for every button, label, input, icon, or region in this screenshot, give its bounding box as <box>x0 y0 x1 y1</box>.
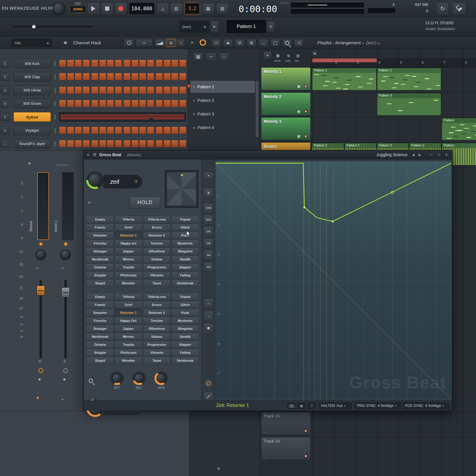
step-cell[interactable] <box>156 87 163 94</box>
section-arrow-icon[interactable]: ▶ <box>89 201 91 204</box>
mute-icon[interactable]: ⊗ <box>247 39 256 47</box>
preset-button[interactable]: Stoppie <box>86 271 114 279</box>
step-cell[interactable] <box>83 73 90 80</box>
step-cell[interactable] <box>171 73 178 80</box>
step-cell[interactable] <box>131 73 138 80</box>
step-cell[interactable] <box>179 100 186 107</box>
step-cell[interactable] <box>123 60 131 67</box>
step-cell[interactable] <box>164 100 171 107</box>
pat-mode-icon[interactable] <box>296 54 299 57</box>
step-cell[interactable] <box>131 140 138 147</box>
step-cell[interactable] <box>179 60 186 67</box>
channel-button[interactable]: 808 HiHat <box>14 86 51 95</box>
playlist-clip[interactable]: Pattern 1 <box>312 68 376 90</box>
step-cell[interactable] <box>91 73 98 80</box>
playlist-timeline[interactable]: 2345678 <box>311 58 476 67</box>
channel-button[interactable]: 808 Snare <box>14 99 51 108</box>
knob-spn[interactable] <box>154 371 168 385</box>
pattern-list-item[interactable]: ≡Pattern 1 <box>190 81 255 93</box>
step-cell[interactable] <box>139 60 146 67</box>
preset-button[interactable]: Neckbreak <box>86 333 114 340</box>
step-cell[interactable] <box>156 127 163 134</box>
track-header[interactable]: Melody 3...▦ <box>261 117 311 140</box>
xy-pad[interactable] <box>165 170 198 208</box>
metronome-icon[interactable]: △ <box>157 3 169 14</box>
play-button[interactable] <box>87 2 100 15</box>
step-cell[interactable] <box>99 127 106 134</box>
gear-icon[interactable]: ⚙ <box>93 152 97 157</box>
minimize-button[interactable]: ─ <box>430 152 432 157</box>
preset-button[interactable]: Glitch <box>171 224 199 231</box>
step-cell[interactable] <box>75 60 82 67</box>
step-cell[interactable] <box>171 100 178 107</box>
step-cell[interactable] <box>131 127 138 134</box>
swing-knob-icon[interactable] <box>124 39 134 47</box>
track-grid-icon[interactable]: ▦ <box>297 134 300 138</box>
mixer-strip[interactable]: Master▴▾⚙ <box>28 151 53 417</box>
track-record-dot[interactable] <box>304 454 307 458</box>
preset-button[interactable]: Pitchcraze <box>115 349 142 356</box>
kan-mode-label[interactable]: KAN <box>285 60 290 62</box>
step-cell[interactable] <box>99 100 106 107</box>
preset-button[interactable]: Returner 1 <box>115 232 142 239</box>
step-view-icon[interactable]: ▦ <box>166 39 176 47</box>
channel-filter-dropdown[interactable]: Alle ▶ <box>12 39 52 47</box>
mute-led[interactable] <box>64 242 67 246</box>
tools-button[interactable] <box>452 2 466 15</box>
channel-number-button[interactable]: 1 <box>1 126 9 135</box>
division-button[interactable]: 1/3 <box>203 262 213 272</box>
preset-button[interactable]: Errors <box>143 301 171 308</box>
step-cell[interactable] <box>115 87 122 94</box>
step-cell[interactable] <box>67 100 74 107</box>
channel-button[interactable]: Sytrus <box>14 112 51 122</box>
step-advance-icon[interactable]: → <box>203 311 213 321</box>
note-mode-icon[interactable] <box>276 54 279 57</box>
preset-button[interactable]: Stoppie <box>86 349 114 356</box>
channel-number-button[interactable]: 2 <box>1 113 9 121</box>
pattern-list-scrollbar[interactable] <box>256 81 258 137</box>
step-cell[interactable] <box>99 87 106 94</box>
magnet-icon[interactable] <box>200 39 206 46</box>
preset-prev-button[interactable]: ◀ <box>412 153 415 157</box>
preset-button[interactable]: Frenchy <box>86 239 114 247</box>
preset-button[interactable]: Punk <box>171 232 199 239</box>
link-icon[interactable] <box>287 402 295 409</box>
step-cell[interactable] <box>59 100 66 107</box>
channel-number-button[interactable]: 1 <box>1 59 9 68</box>
pat-mode-label[interactable]: PAT <box>295 60 299 62</box>
halten-dropdown[interactable]: HALTEN: Aus ▾ <box>319 402 352 409</box>
step-cell[interactable] <box>115 60 122 67</box>
preset-button[interactable]: Stealth <box>171 255 199 263</box>
channel-button[interactable]: 808 Clap <box>14 72 51 81</box>
step-cell[interactable] <box>115 100 122 107</box>
pat-song-switch[interactable]: PAT SONG <box>70 1 86 15</box>
tempo-display[interactable]: 104.000 <box>129 3 154 14</box>
step-cell[interactable] <box>75 127 82 134</box>
step-cell[interactable] <box>59 73 66 80</box>
step-cell[interactable] <box>179 140 186 147</box>
preset-button[interactable]: Slapper <box>171 341 199 348</box>
step-cell[interactable] <box>139 140 146 147</box>
trig-sync-dropdown[interactable]: TRIG SYNC: 4 Schläge ▾ <box>354 402 401 409</box>
step-cell[interactable] <box>179 87 186 94</box>
track-header[interactable]: Track 15... <box>261 412 311 435</box>
channel-number-button[interactable]: 4 <box>1 100 9 108</box>
preset-button[interactable]: Katana <box>143 333 171 340</box>
preset-button[interactable]: Errors <box>143 224 171 231</box>
step-cell[interactable] <box>91 60 98 67</box>
step-cell[interactable] <box>147 127 154 134</box>
preset-button[interactable]: Tripeat <box>171 293 199 300</box>
preset-button[interactable]: Vibranto <box>143 349 171 356</box>
step-cell[interactable] <box>59 87 66 94</box>
close-icon[interactable]: × <box>177 39 185 47</box>
step-cell[interactable] <box>99 60 106 67</box>
step-cell[interactable] <box>171 127 178 134</box>
step-cell[interactable] <box>83 127 90 134</box>
slider-handle[interactable] <box>32 25 36 29</box>
slur-view-icon[interactable]: ⌣ <box>219 53 229 61</box>
step-cell[interactable] <box>67 127 74 134</box>
main-volume-knob[interactable] <box>53 2 65 15</box>
step-cell[interactable] <box>171 60 178 67</box>
preset-button[interactable]: Vertebreak <box>171 279 199 287</box>
division-button[interactable]: 1/6 <box>203 238 213 248</box>
